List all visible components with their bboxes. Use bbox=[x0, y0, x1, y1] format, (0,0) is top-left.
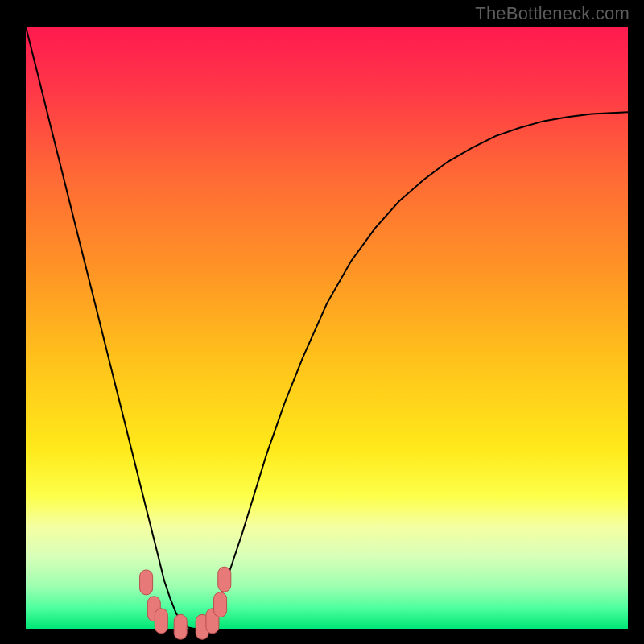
marker-dot bbox=[155, 609, 167, 634]
marker-dot bbox=[214, 592, 227, 617]
chart-frame: TheBottleneck.com bbox=[0, 0, 644, 644]
gradient-background bbox=[26, 27, 628, 629]
marker-dot bbox=[140, 570, 153, 595]
marker-dot bbox=[218, 567, 231, 592]
marker-dot bbox=[174, 614, 187, 639]
bottleneck-plot bbox=[0, 0, 644, 644]
